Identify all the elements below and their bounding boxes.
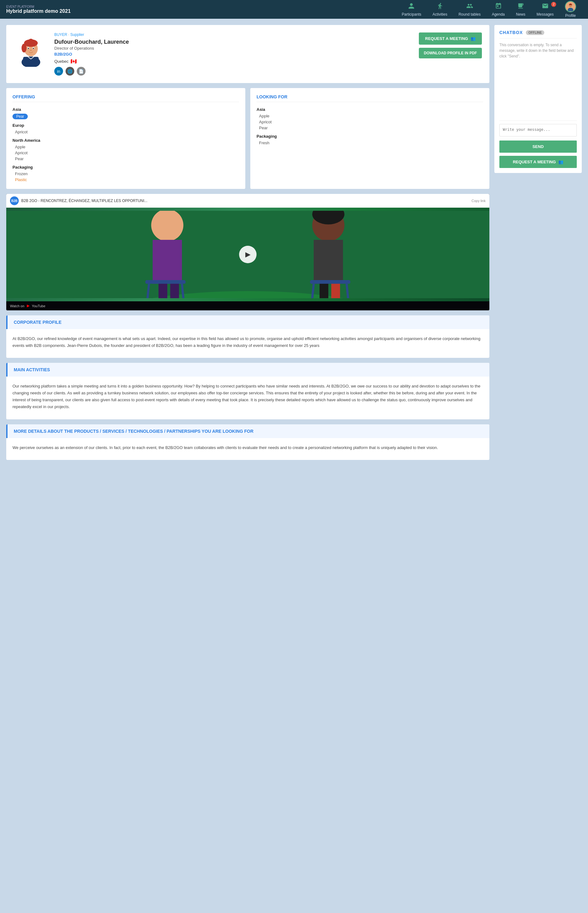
buyer-supplier: BUYER · Supplier [54,32,413,37]
chat-empty-message: This conversation is empty. To send a me… [499,42,577,79]
youtube-label: YouTube [32,304,45,308]
profile-card: BUYER · Supplier Dufour-Bouchard, Lauren… [6,25,489,83]
profile-title: Director of Operations [54,46,413,50]
news-icon [517,3,524,11]
play-button[interactable]: ▶ [239,246,257,263]
corporate-profile-section: CORPORATE PROFILE At B2B/2GO, our refine… [6,316,489,358]
website-button[interactable]: 🌐 [66,67,74,76]
pear-tag: Pear [13,114,28,119]
corporate-profile-title: CORPORATE PROFILE [14,320,483,325]
video-logo: B2B [10,196,19,205]
more-details-header: MORE DETAILS ABOUT THE PRODUCTS / SERVIC… [6,424,489,438]
send-button[interactable]: SEND [499,141,577,153]
offering-apricot-na: Apricot [13,150,239,156]
svg-point-11 [28,48,29,49]
offering-apple-na: Apple [13,144,239,150]
profile-avatar-container [14,32,48,67]
profile-info: BUYER · Supplier Dufour-Bouchard, Lauren… [54,32,413,76]
svg-point-12 [33,48,34,49]
looking-pear: Pear [257,125,483,131]
nav-participants-label: Participants [402,12,422,16]
more-details-text: We perceive ourselves as an extension of… [13,444,483,451]
nav-activities[interactable]: Activities [427,0,453,19]
request-meeting-label: REQUEST A MEETING [425,36,468,41]
chatbox-title: CHATBOX [499,30,523,35]
main-activities-section: MAIN ACTIVITIES Our networking platform … [6,363,489,419]
roundtables-icon [466,3,473,11]
navbar: EVENT PLATFORM Hybrid platform demo 2021… [0,0,588,19]
offering-region-europ: Europ [13,123,239,128]
supplier-label: Supplier [70,32,84,37]
looking-apple: Apple [257,113,483,119]
navbar-nav: Participants Activities Round tables Age… [396,0,582,20]
offering-pear-na: Pear [13,156,239,162]
corporate-profile-text: At B2B/2GO, our refined knowledge of eve… [13,335,483,349]
event-label: EVENT PLATFORM [6,5,71,8]
nav-roundtables-label: Round tables [459,12,481,16]
svg-rect-21 [145,280,186,284]
svg-rect-4 [23,57,39,66]
svg-point-14 [28,39,33,44]
looking-for-title: LOOKING FOR [257,94,483,102]
request-meeting-button[interactable]: REQUEST A MEETING 👥 [419,32,482,45]
offering-frozen: Frozen [13,171,239,177]
meeting-icon: 👥 [471,36,476,41]
two-col-section: OFFERING Asia Pear Europ Apricot North A… [6,88,489,189]
nav-agenda-label: Agenda [492,12,505,16]
offering-region-northamerica: North America [13,138,239,143]
nav-news[interactable]: News [510,0,531,19]
chat-input[interactable] [499,124,577,136]
main-activities-text: Our networking platform takes a simple m… [13,383,483,410]
corporate-profile-body: At B2B/2GO, our refined knowledge of eve… [6,329,489,358]
download-pdf-label: DOWNLOAD PROFILE IN PDF [424,51,477,55]
messages-badge: 2 [551,2,556,7]
nav-profile[interactable]: Profile [559,0,582,20]
nav-news-label: News [516,12,525,16]
watch-on-text: Watch on [10,304,24,308]
nav-agenda[interactable]: Agenda [486,0,510,19]
chat-messages-area [499,83,577,121]
request-meeting-sidebar-button[interactable]: REQUEST A MEETING 👥 [499,156,577,168]
profile-location: Quebec 🇨🇦 [54,58,413,64]
looking-for-card: LOOKING FOR Asia Apple Apricot Pear Pack… [250,88,489,189]
main-activities-body: Our networking platform takes a simple m… [6,377,489,419]
profile-name: Dufour-Bouchard, Laurence [54,39,413,45]
offering-packaging: Packaging [13,165,239,170]
svg-rect-28 [331,282,340,298]
svg-point-13 [30,50,32,51]
more-details-body: We perceive ourselves as an extension of… [6,438,489,460]
request-meeting-sidebar-label: REQUEST A MEETING [513,160,556,164]
offline-badge: OFFLINE [526,30,544,35]
offering-plastic: Plastic [13,177,239,183]
nav-roundtables[interactable]: Round tables [453,0,486,19]
linkedin-button[interactable]: in [54,67,63,76]
main-container: BUYER · Supplier Dufour-Bouchard, Lauren… [0,19,588,466]
svg-rect-26 [313,240,343,284]
svg-rect-18 [153,240,182,284]
looking-packaging: Packaging [257,134,483,139]
svg-rect-29 [310,280,350,284]
chatbox-header: CHATBOX OFFLINE [499,30,577,39]
looking-fresh: Fresh [257,140,483,146]
chatbox-card: CHATBOX OFFLINE This conversation is emp… [494,25,582,173]
nav-participants[interactable]: Participants [396,0,427,19]
nav-messages[interactable]: 2 Messages [531,0,559,19]
video-top-bar: B2B B2B 2GO - RENCONTREZ, ÉCHANGEZ, MULT… [6,194,489,208]
avatar [565,1,576,12]
more-details-title: MORE DETAILS ABOUT THE PRODUCTS / SERVIC… [14,429,483,434]
offering-title: OFFERING [13,94,239,102]
profile-company: B2B/2GO [54,52,413,57]
agenda-icon [495,3,502,11]
offering-card: OFFERING Asia Pear Europ Apricot North A… [6,88,245,189]
svg-rect-19 [158,282,167,298]
nav-activities-label: Activities [433,12,447,16]
activities-icon [437,3,444,11]
svg-rect-27 [320,282,328,298]
chat-empty-text: This conversation is empty. To send a me… [499,43,573,58]
download-pdf-button[interactable]: DOWNLOAD PROFILE IN PDF [419,48,482,58]
copy-link-button[interactable]: Copy link [472,199,486,202]
video-thumbnail[interactable]: ▶ [6,208,489,301]
nav-profile-label: Profile [565,13,576,18]
pdf-button[interactable]: 📄 [77,67,86,76]
video-section: B2B B2B 2GO - RENCONTREZ, ÉCHANGEZ, MULT… [6,194,489,310]
